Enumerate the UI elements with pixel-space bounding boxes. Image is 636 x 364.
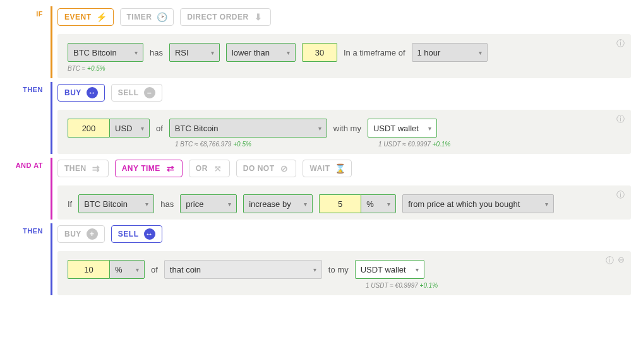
- chevron-down-icon: ▾: [416, 266, 419, 273]
- chevron-down-icon: ▾: [428, 125, 431, 132]
- section-label-then: THEN: [0, 82, 51, 154]
- arrow-right-icon: ↔: [144, 228, 155, 240]
- comparator-select[interactable]: lower than▾: [226, 43, 296, 62]
- tab-sell-label: SELL: [118, 230, 139, 238]
- wallet-price-subtext: 1 USDT ≈ €0.9997 +0.1%: [378, 141, 450, 148]
- unit-select[interactable]: %▾: [361, 194, 396, 213]
- chevron-down-icon: ▾: [479, 49, 482, 56]
- section-label-andat: AND AT: [0, 158, 51, 220]
- has-text: has: [160, 199, 174, 209]
- then-panel: ⓘ USD▾ of BTC Bitcoin▾ with my USDT wall…: [57, 110, 631, 154]
- chevron-down-icon: ▾: [145, 201, 148, 208]
- chevron-down-icon: ▾: [141, 125, 144, 132]
- info-icon[interactable]: ⓘ: [616, 114, 625, 125]
- chevron-down-icon: ▾: [228, 201, 231, 208]
- chevron-down-icon: ▾: [136, 266, 139, 273]
- threshold-input[interactable]: [302, 43, 337, 62]
- hourglass-icon: ⌛: [335, 163, 345, 173]
- tab-or[interactable]: OR ⤲: [189, 160, 230, 177]
- swap-icon: ⇄: [165, 163, 176, 173]
- branch-icon: ⤲: [213, 163, 223, 173]
- tab-buy[interactable]: BUY ↔: [57, 84, 105, 102]
- section-label-if: IF: [0, 6, 51, 78]
- amount-input[interactable]: [68, 260, 109, 279]
- chevron-down-icon: ▾: [135, 49, 138, 56]
- has-text: has: [150, 48, 163, 57]
- chevron-down-icon: ▾: [545, 201, 548, 208]
- coin-price-subtext: 1 BTC ≈ €8,766.979 +0.5%: [175, 141, 333, 148]
- tab-sell-label: SELL: [118, 88, 139, 97]
- bolt-icon: ⚡: [97, 12, 107, 22]
- ban-icon: ⊘: [279, 163, 289, 173]
- tab-then[interactable]: THEN ⇉: [57, 160, 109, 177]
- amount-combo: %▾: [68, 260, 145, 279]
- chevron-down-icon: ▾: [313, 266, 316, 273]
- tab-wait[interactable]: WAIT ⌛: [303, 160, 352, 177]
- chevron-down-icon: ▾: [387, 201, 390, 208]
- chevron-down-icon: ▾: [287, 49, 290, 56]
- then2-panel: ⓘ ⊖ %▾ of that coin▾ to my USDT wallet▾: [57, 251, 631, 295]
- chevron-down-icon: ▾: [211, 49, 214, 56]
- tab-donot-label: DO NOT: [243, 164, 275, 173]
- if-panel: ⓘ BTC Bitcoin▾ has RSI▾ lower than▾ In a…: [57, 34, 631, 78]
- if-text: If: [68, 199, 72, 209]
- tab-sell[interactable]: SELL ↔: [111, 225, 162, 243]
- reference-select[interactable]: from price at which you bought▾: [402, 194, 554, 213]
- tab-then-label: THEN: [64, 164, 87, 173]
- download-icon: ⬇: [254, 12, 264, 22]
- info-icon[interactable]: ⓘ: [616, 189, 625, 201]
- coin-select[interactable]: BTC Bitcoin▾: [68, 43, 143, 62]
- currency-select[interactable]: USD▾: [109, 119, 150, 138]
- arrows-right-icon: ⇉: [92, 163, 102, 173]
- tab-event[interactable]: EVENT ⚡: [57, 8, 114, 26]
- info-icon[interactable]: ⓘ: [606, 255, 614, 266]
- unit-select[interactable]: %▾: [109, 260, 145, 279]
- tab-anytime-label: ANY TIME: [122, 164, 160, 173]
- tab-timer[interactable]: TIMER 🕑: [120, 8, 174, 26]
- tab-wait-label: WAIT: [309, 164, 330, 173]
- arrow-right-icon: ↔: [87, 87, 98, 98]
- tomy-text: to my: [328, 265, 349, 274]
- plus-icon: +: [87, 228, 98, 240]
- amount-input[interactable]: [68, 119, 109, 138]
- tab-or-label: OR: [196, 164, 208, 173]
- change-value-combo: %▾: [319, 194, 396, 213]
- tab-timer-label: TIMER: [127, 13, 152, 21]
- buy-coin-select[interactable]: BTC Bitcoin▾: [169, 119, 327, 138]
- timeframe-select[interactable]: 1 hour▾: [412, 43, 488, 62]
- tab-direct-label: DIRECT ORDER: [187, 13, 248, 21]
- section-label-then: THEN: [0, 223, 51, 295]
- tab-buy-label: BUY: [64, 230, 81, 238]
- of-text: of: [151, 265, 158, 274]
- coin-subtext: BTC ≈ +0.5%: [68, 65, 621, 72]
- tab-buy[interactable]: BUY +: [57, 225, 105, 243]
- timeframe-label: In a timeframe of: [344, 48, 405, 57]
- chevron-down-icon: ▾: [318, 125, 321, 132]
- metric-select[interactable]: price▾: [180, 194, 237, 213]
- wallet-select[interactable]: USDT wallet▾: [355, 260, 424, 279]
- minus-icon: –: [144, 87, 155, 98]
- tab-event-label: EVENT: [64, 13, 92, 21]
- indicator-select[interactable]: RSI▾: [169, 43, 220, 62]
- clock-icon: 🕑: [157, 12, 167, 22]
- change-value-input[interactable]: [319, 194, 361, 213]
- tab-donot[interactable]: DO NOT ⊘: [236, 160, 297, 177]
- tab-direct-order[interactable]: DIRECT ORDER ⬇: [180, 8, 270, 26]
- withmy-text: with my: [333, 124, 361, 133]
- minus-circle-icon[interactable]: ⊖: [618, 255, 625, 266]
- andat-panel: ⓘ If BTC Bitcoin▾ has price▾ increase by…: [57, 185, 631, 220]
- amount-combo: USD▾: [68, 119, 150, 138]
- change-select[interactable]: increase by▾: [243, 194, 313, 213]
- wallet-select[interactable]: USDT wallet▾: [368, 119, 437, 138]
- chevron-down-icon: ▾: [304, 201, 307, 208]
- tab-anytime[interactable]: ANY TIME ⇄: [115, 160, 183, 177]
- info-icon[interactable]: ⓘ: [616, 38, 625, 49]
- tab-buy-label: BUY: [64, 88, 81, 97]
- wallet-price-subtext: 1 USDT ≈ €0.9997 +0.1%: [366, 282, 438, 289]
- target-select[interactable]: that coin▾: [164, 260, 322, 279]
- of-text: of: [156, 124, 163, 133]
- coin-select[interactable]: BTC Bitcoin▾: [78, 194, 154, 213]
- tab-sell[interactable]: SELL –: [111, 84, 162, 102]
